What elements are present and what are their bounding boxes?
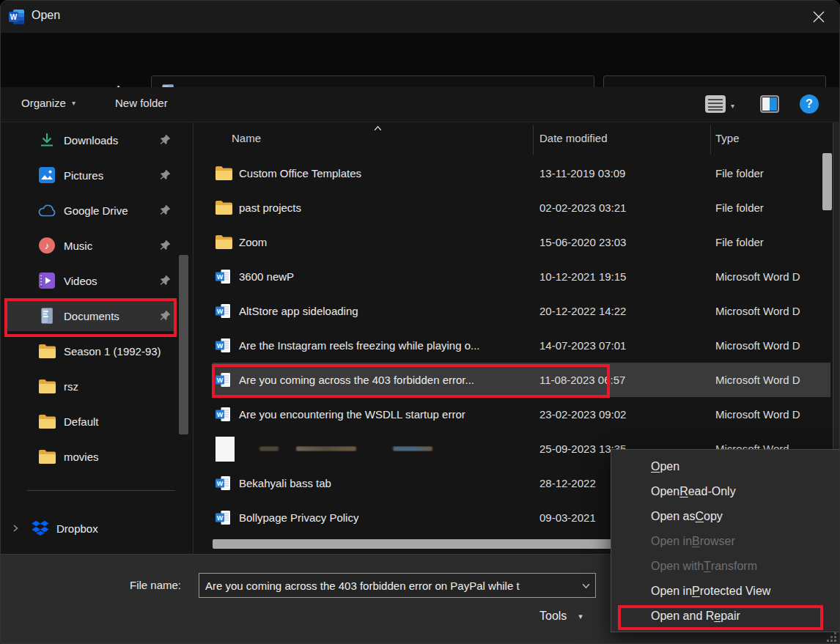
- gdrive-icon: [37, 204, 56, 217]
- file-row-altstore-app-sideloading[interactable]: WAltStore app sideloading20-12-2022 14:2…: [213, 294, 830, 328]
- file-date-modified: 14-07-2023 07:01: [539, 339, 715, 352]
- pin-icon: [159, 169, 172, 184]
- tools-button[interactable]: Tools ▾: [539, 610, 583, 623]
- file-row-past-projects[interactable]: past projects02-02-2023 03:21File folder: [213, 190, 830, 225]
- sidebar-item-rsz[interactable]: rsz: [1, 369, 193, 404]
- file-type: File folder: [715, 201, 802, 214]
- file-name: past projects: [239, 201, 539, 214]
- file-name-input[interactable]: [199, 580, 576, 592]
- file-date-modified: 20-12-2022 14:22: [539, 305, 715, 317]
- menu-item-open-in-protected-view[interactable]: Open in Protected View: [611, 579, 840, 604]
- column-header-date-modified[interactable]: Date modified: [539, 132, 608, 144]
- svg-text:W: W: [217, 480, 224, 487]
- svg-text:W: W: [217, 308, 224, 315]
- new-folder-button[interactable]: New folder: [115, 97, 168, 109]
- file-row-are-the-instagram-reels-freezing-while-p[interactable]: WAre the Instagram reels freezing while …: [213, 328, 830, 363]
- file-date-modified: 13-11-2019 03:09: [539, 167, 715, 179]
- folder-icon: [37, 415, 56, 429]
- file-name: Bollypage Privacy Policy: [239, 511, 539, 524]
- menu-item-open-read-only[interactable]: Open Read-Only: [611, 479, 840, 504]
- svg-text:W: W: [217, 411, 224, 418]
- sidebar-item-label: Pictures: [64, 169, 103, 182]
- pin-icon: [159, 239, 172, 254]
- column-header-type[interactable]: Type: [715, 132, 740, 144]
- details-view-icon: [704, 95, 726, 116]
- word-icon: W: [213, 338, 239, 353]
- column-header-name[interactable]: Name: [232, 132, 261, 144]
- help-button[interactable]: ?: [800, 95, 819, 114]
- sidebar-item-season-1-1992-93[interactable]: Season 1 (1992-93): [1, 333, 193, 369]
- sidebar-item-default[interactable]: Default: [1, 404, 193, 439]
- svg-text:W: W: [217, 514, 224, 522]
- menu-item-open[interactable]: Open: [611, 454, 840, 479]
- menu-item-open-in-browser: Open in Browser: [611, 529, 840, 554]
- sidebar-item-pictures[interactable]: Pictures: [1, 158, 193, 193]
- word-icon: W: [213, 303, 239, 319]
- sidebar-item-movies[interactable]: movies: [1, 439, 193, 474]
- pictures-icon: [37, 167, 56, 183]
- close-icon[interactable]: [811, 10, 826, 24]
- file-type: File folder: [715, 167, 802, 179]
- file-row-3600-newp[interactable]: W3600 newP10-12-2021 19:15Microsoft Word…: [213, 259, 830, 294]
- file-date-modified: 23-02-2023 09:02: [539, 408, 715, 421]
- word-icon: W: [213, 407, 239, 422]
- sidebar-item-music[interactable]: ♪Music: [1, 228, 193, 263]
- sidebar-item-label: Dropbox: [56, 522, 98, 535]
- word-icon: W: [213, 510, 239, 525]
- command-toolbar: Organize ▾ New folder ▾ ?: [1, 87, 839, 122]
- svg-text:W: W: [10, 13, 18, 21]
- pin-icon: [159, 133, 172, 149]
- column-divider[interactable]: [533, 125, 534, 155]
- word-app-icon: W: [8, 8, 26, 26]
- column-divider[interactable]: [710, 125, 711, 155]
- window-title: Open: [32, 9, 60, 22]
- sidebar-item-dropbox[interactable]: Dropbox: [1, 511, 193, 546]
- chevron-down-icon[interactable]: [576, 581, 595, 591]
- title-bar: W Open: [1, 1, 839, 33]
- sidebar-item-label: rsz: [64, 380, 78, 393]
- file-name: Bekahyali bass tab: [239, 477, 539, 489]
- chevron-right-icon[interactable]: [11, 524, 20, 533]
- menu-item-open-as-copy[interactable]: Open as Copy: [611, 504, 840, 529]
- organize-button[interactable]: Organize ▾: [21, 97, 75, 109]
- file-date-modified: 15-06-2020 23:03: [539, 236, 715, 248]
- svg-text:W: W: [217, 273, 224, 281]
- file-row-custom-office-templates[interactable]: Custom Office Templates13-11-2019 03:09F…: [213, 156, 830, 190]
- file-name: Are you encountering the WSDLL startup e…: [239, 408, 539, 421]
- videos-icon: [37, 273, 56, 289]
- dropbox-icon: [32, 520, 49, 536]
- open-dialog-window: W Open ← → ↑ Documents: [0, 0, 840, 644]
- music-icon: ♪: [37, 237, 56, 253]
- sidebar-scrollbar[interactable]: [179, 255, 188, 434]
- chevron-down-icon: ▾: [72, 99, 75, 107]
- word-icon: W: [213, 475, 239, 491]
- sidebar: DownloadsPicturesGoogle Drive♪MusicVideo…: [1, 122, 193, 554]
- file-type: Microsoft Word D: [715, 374, 802, 386]
- file-row-zoom[interactable]: Zoom15-06-2020 23:03File folder: [213, 225, 830, 259]
- svg-text:W: W: [217, 342, 224, 349]
- chevron-down-icon: ▾: [578, 612, 583, 621]
- sidebar-item-label: Season 1 (1992-93): [64, 345, 161, 358]
- menu-item-open-with-transform: Open with Transform: [611, 554, 840, 579]
- folder-icon: [213, 235, 239, 249]
- sidebar-item-label: Music: [64, 240, 92, 252]
- folder-icon: [213, 166, 239, 180]
- sidebar-item-videos[interactable]: Videos: [1, 263, 193, 298]
- tools-label: Tools: [539, 610, 567, 623]
- vertical-scrollbar[interactable]: [822, 153, 832, 210]
- file-date-modified: 02-02-2023 03:21: [539, 201, 715, 214]
- sidebar-item-google-drive[interactable]: Google Drive: [1, 193, 193, 228]
- chevron-down-icon: ▾: [731, 102, 734, 110]
- preview-pane-button[interactable]: [760, 95, 779, 116]
- sidebar-item-label: Videos: [64, 275, 97, 287]
- sidebar-item-downloads[interactable]: Downloads: [1, 122, 193, 158]
- redacted-text: [296, 446, 356, 451]
- folder-icon: [37, 450, 56, 464]
- file-row-are-you-encountering-the-wsdll-startup-e[interactable]: WAre you encountering the WSDLL startup …: [213, 397, 830, 432]
- redacted-text: [393, 446, 432, 451]
- sidebar-item-label: Default: [64, 415, 99, 428]
- file-name: 3600 newP: [239, 270, 539, 283]
- view-options-button[interactable]: ▾: [704, 95, 734, 116]
- file-name: Are the Instagram reels freezing while p…: [239, 339, 539, 352]
- resize-grip[interactable]: [826, 632, 836, 642]
